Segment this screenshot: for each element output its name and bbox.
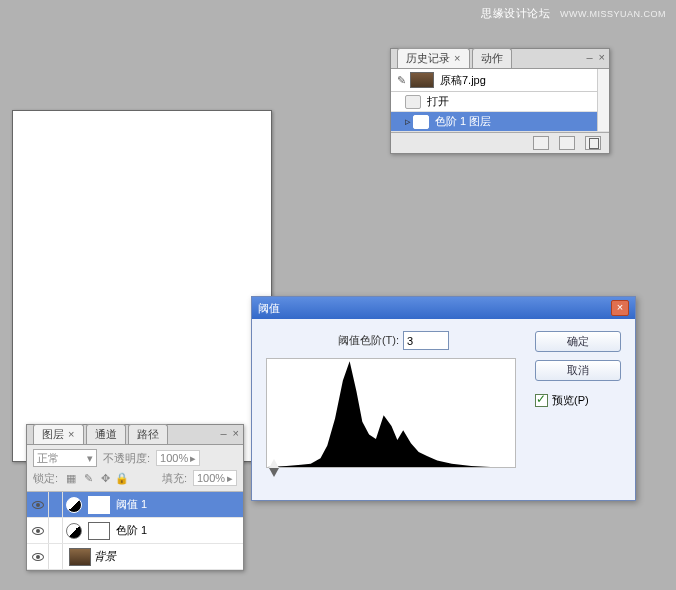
lock-icons: ▦ ✎ ✥ 🔒 [64, 471, 129, 485]
layer-thumbnail [69, 548, 91, 566]
mask-thumbnail[interactable] [88, 496, 110, 514]
adjustment-icon [66, 497, 82, 513]
history-panel: 历史记录 × 动作 – × ✎ 原稿7.jpg 打开 ▹ 色阶 1 图层 [390, 48, 610, 154]
tab-layers-label: 图层 [42, 428, 64, 440]
history-scrollbar[interactable] [597, 69, 609, 131]
ok-button[interactable]: 确定 [535, 331, 621, 352]
dialog-body: 阈值色阶(T): 确定 取消 预览(P) [252, 319, 635, 500]
fill-label: 填充: [162, 471, 187, 486]
opacity-field[interactable]: 100% ▸ [156, 450, 200, 466]
eye-icon [32, 553, 44, 561]
history-document-row[interactable]: ✎ 原稿7.jpg [391, 69, 609, 92]
visibility-toggle[interactable] [27, 518, 49, 543]
layer-controls: 正常 ▾ 不透明度: 100% ▸ 锁定: ▦ ✎ ✥ 🔒 填充: 100% ▸ [27, 445, 243, 492]
tab-actions-label: 动作 [481, 52, 503, 64]
visibility-toggle[interactable] [27, 492, 49, 517]
history-levels-label: 色阶 1 图层 [435, 114, 491, 129]
history-current-marker-icon: ▹ [405, 115, 411, 128]
tab-paths-label: 路径 [137, 428, 159, 440]
layer-name: 背景 [94, 549, 243, 564]
document-name: 原稿7.jpg [440, 73, 486, 88]
layers-panel: 图层 × 通道 路径 – × 正常 ▾ 不透明度: 100% ▸ 锁定: [26, 424, 244, 571]
link-box[interactable] [49, 544, 63, 569]
eye-icon [32, 527, 44, 535]
fill-field[interactable]: 100% ▸ [193, 470, 237, 486]
document-canvas[interactable] [12, 110, 272, 462]
eye-icon [32, 501, 44, 509]
history-open-label: 打开 [427, 94, 449, 109]
watermark-sub: WWW.MISSYUAN.COM [560, 9, 666, 19]
histogram [266, 358, 516, 468]
history-list: 打开 ▹ 色阶 1 图层 [391, 92, 609, 132]
dialog-right: 确定 取消 预览(P) [535, 331, 621, 482]
threshold-level-input[interactable] [403, 331, 449, 350]
preview-label: 预览(P) [552, 393, 589, 408]
tab-history-label: 历史记录 [406, 52, 450, 64]
layer-name: 阈值 1 [116, 497, 243, 512]
open-icon [405, 95, 421, 109]
preview-checkbox[interactable] [535, 394, 548, 407]
lock-move-icon[interactable]: ✥ [98, 471, 112, 485]
lock-transparent-icon[interactable]: ▦ [64, 471, 78, 485]
preview-checkbox-row[interactable]: 预览(P) [535, 393, 621, 408]
mask-thumbnail[interactable] [88, 522, 110, 540]
layer-row-levels[interactable]: 色阶 1 [27, 518, 243, 544]
tab-channels-label: 通道 [95, 428, 117, 440]
panel-close-icon[interactable]: × [599, 51, 605, 63]
threshold-slider-handle[interactable] [269, 468, 279, 477]
chevron-right-icon: ▸ [227, 472, 233, 485]
levels-layer-icon [413, 115, 429, 129]
threshold-level-label: 阈值色阶(T): [338, 333, 399, 348]
layer-list: 阈值 1 色阶 1 背景 [27, 492, 243, 570]
dialog-title: 阈值 [258, 301, 280, 316]
dialog-titlebar[interactable]: 阈值 × [252, 297, 635, 319]
tab-channels[interactable]: 通道 [86, 424, 126, 444]
lock-paint-icon[interactable]: ✎ [81, 471, 95, 485]
history-panel-tabs: 历史记录 × 动作 – × [391, 49, 609, 69]
blend-mode-value: 正常 [37, 451, 59, 466]
lock-all-icon[interactable]: 🔒 [115, 471, 129, 485]
history-row-levels[interactable]: ▹ 色阶 1 图层 [391, 112, 609, 132]
chevron-right-icon: ▸ [190, 452, 196, 465]
snapshot-icon[interactable] [533, 136, 549, 150]
panel-close-icon[interactable]: × [233, 427, 239, 439]
brush-icon: ✎ [397, 74, 406, 87]
layer-name: 色阶 1 [116, 523, 243, 538]
fill-value: 100% [197, 472, 225, 484]
threshold-slider-track[interactable] [266, 470, 521, 482]
document-thumbnail [410, 72, 434, 88]
layer-row-background[interactable]: 背景 [27, 544, 243, 570]
chevron-down-icon: ▾ [87, 452, 93, 465]
tab-close-icon[interactable]: × [68, 428, 74, 440]
tab-actions[interactable]: 动作 [472, 48, 512, 68]
opacity-value: 100% [160, 452, 188, 464]
adjustment-icon [66, 523, 82, 539]
threshold-dialog: 阈值 × 阈值色阶(T): 确定 取消 预览(P) [251, 296, 636, 501]
histogram-svg [267, 359, 515, 467]
panel-minimize-icon[interactable]: – [220, 427, 226, 439]
tab-history[interactable]: 历史记录 × [397, 48, 470, 68]
watermark-main: 思缘设计论坛 [481, 7, 550, 19]
trash-icon[interactable] [585, 136, 601, 150]
tab-close-icon[interactable]: × [454, 52, 460, 64]
blend-mode-select[interactable]: 正常 ▾ [33, 449, 97, 467]
layers-panel-tabs: 图层 × 通道 路径 – × [27, 425, 243, 445]
dialog-left: 阈值色阶(T): [266, 331, 521, 482]
history-row-open[interactable]: 打开 [391, 92, 609, 112]
tab-layers[interactable]: 图层 × [33, 424, 84, 444]
panel-minimize-icon[interactable]: – [586, 51, 592, 63]
cancel-button[interactable]: 取消 [535, 360, 621, 381]
watermark: 思缘设计论坛 WWW.MISSYUAN.COM [481, 6, 666, 21]
history-footer [391, 132, 609, 153]
dialog-close-button[interactable]: × [611, 300, 629, 316]
tab-paths[interactable]: 路径 [128, 424, 168, 444]
link-box[interactable] [49, 492, 63, 517]
new-state-icon[interactable] [559, 136, 575, 150]
opacity-label: 不透明度: [103, 451, 150, 466]
panel-controls: – × [586, 51, 605, 63]
link-box[interactable] [49, 518, 63, 543]
layer-row-threshold[interactable]: 阈值 1 [27, 492, 243, 518]
visibility-toggle[interactable] [27, 544, 49, 569]
threshold-level-row: 阈值色阶(T): [266, 331, 521, 350]
panel-controls: – × [220, 427, 239, 439]
